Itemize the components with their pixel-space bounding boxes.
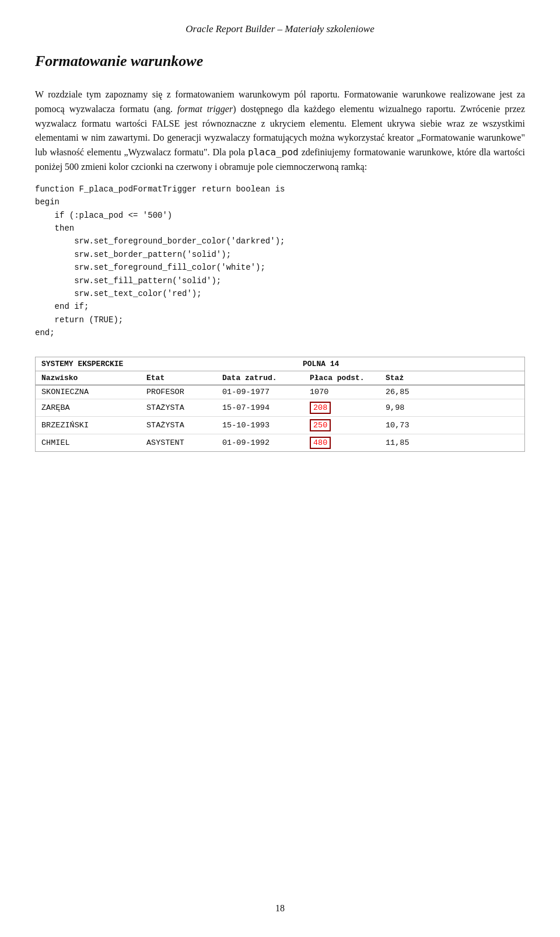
table-row: BRZEZIŃSKI STAŻYSTA 15-10-1993 250 10,73 <box>36 417 524 434</box>
table-row: SKONIECZNA PROFESOR 01-09-1977 1070 26,8… <box>36 385 524 399</box>
cell-data: 15-07-1994 <box>222 403 310 412</box>
cell-staz: 26,85 <box>386 388 432 396</box>
col-header-placa: Płaca podst. <box>310 374 386 382</box>
report-title-center: POLNA 14 <box>303 360 339 368</box>
report-col-headers: Nazwisko Etat Data zatrud. Płaca podst. … <box>36 371 524 385</box>
cell-etat: STAŻYSTA <box>146 421 222 430</box>
report-header: SYSTEMY EKSPERCKIE POLNA 14 <box>36 357 524 371</box>
col-header-etat: Etat <box>146 374 222 382</box>
body-paragraph: W rozdziale tym zapoznamy się z formatow… <box>35 88 525 175</box>
col-header-nazwisko: Nazwisko <box>41 374 146 382</box>
col-header-staz: Staż <box>386 374 432 382</box>
cell-nazwisko: SKONIECZNA <box>41 388 146 396</box>
cell-data: 15-10-1993 <box>222 421 310 430</box>
report-section: SYSTEMY EKSPERCKIE POLNA 14 Nazwisko Eta… <box>35 357 525 452</box>
cell-etat: PROFESOR <box>146 388 222 396</box>
cell-data: 01-09-1977 <box>222 388 310 396</box>
cell-placa: 480 <box>310 437 386 449</box>
cell-placa: 250 <box>310 419 386 431</box>
report-title-left: SYSTEMY EKSPERCKIE <box>41 360 123 368</box>
cell-staz: 9,98 <box>386 403 432 412</box>
cell-staz: 10,73 <box>386 421 432 430</box>
page-footer: 18 <box>0 903 560 914</box>
code-block: function F_placa_podFormatTrigger return… <box>35 183 525 340</box>
cell-placa: 208 <box>310 402 386 414</box>
cell-data: 01-09-1992 <box>222 438 310 447</box>
cell-staz: 11,85 <box>386 438 432 447</box>
cell-nazwisko: ZARĘBA <box>41 403 146 412</box>
col-header-data: Data zatrud. <box>222 374 310 382</box>
page-header: Oracle Report Builder – Materiały szkole… <box>35 23 525 35</box>
cell-nazwisko: BRZEZIŃSKI <box>41 421 146 430</box>
table-row: CHMIEL ASYSTENT 01-09-1992 480 11,85 <box>36 434 524 451</box>
table-row: ZARĘBA STAŻYSTA 15-07-1994 208 9,98 <box>36 399 524 417</box>
cell-etat: ASYSTENT <box>146 438 222 447</box>
cell-nazwisko: CHMIEL <box>41 438 146 447</box>
page-number: 18 <box>275 903 285 913</box>
cell-etat: STAŻYSTA <box>146 403 222 412</box>
cell-placa: 1070 <box>310 388 386 396</box>
chapter-title: Formatowanie warunkowe <box>35 53 525 70</box>
